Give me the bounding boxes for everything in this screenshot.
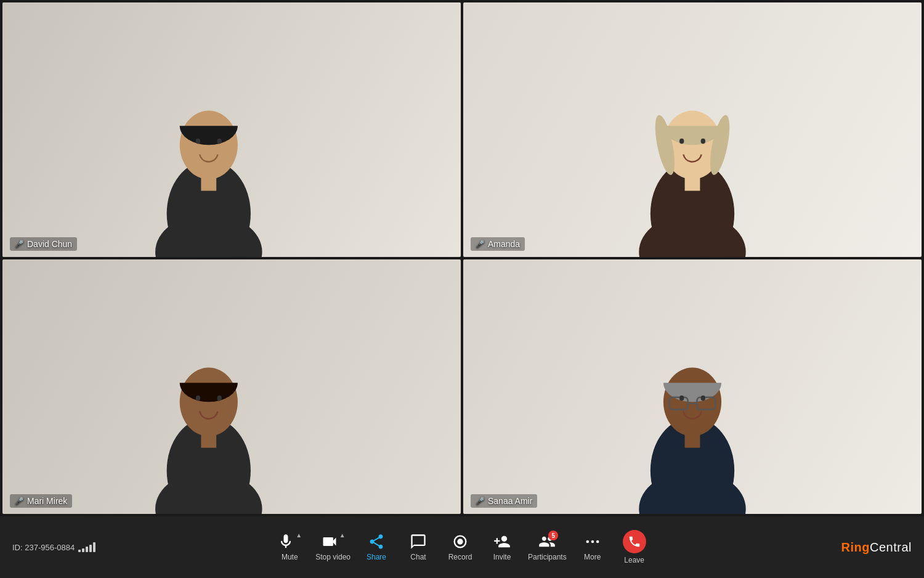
- more-label: More: [584, 553, 601, 561]
- mic-icon-sanaa: 🎤: [476, 497, 485, 505]
- leave-icon: [623, 530, 646, 553]
- invite-button[interactable]: Invite: [484, 529, 521, 565]
- signal-strength: [78, 542, 95, 552]
- signal-bar-1: [78, 550, 81, 552]
- video-tile-david-chun: 🎤 David Chun: [2, 2, 461, 257]
- mute-label: Mute: [282, 553, 298, 561]
- video-tile-mari-mirek: 🎤 Mari Mirek: [2, 259, 461, 514]
- leave-button[interactable]: Leave: [616, 526, 653, 568]
- signal-bar-5: [93, 542, 95, 552]
- participant-name-david-chun: 🎤 David Chun: [10, 237, 77, 251]
- meeting-info: ID: 237-956-0884: [12, 542, 123, 552]
- toolbar: ID: 237-956-0884 ▲ Mute: [0, 516, 924, 578]
- video-grid: 🎤 David Chun 🎤 Amanda 🎤 Mari Mirek: [0, 0, 924, 516]
- participant-video-david-chun: [2, 2, 461, 257]
- invite-icon: [493, 533, 511, 550]
- participant-video-mari-mirek: [2, 259, 461, 514]
- participant-name-amanda: 🎤 Amanda: [471, 237, 525, 251]
- share-label: Share: [367, 553, 386, 561]
- video-icon: [321, 533, 338, 550]
- share-button[interactable]: Share: [358, 529, 395, 565]
- share-icon: [368, 533, 385, 550]
- invite-label: Invite: [493, 553, 511, 561]
- brand-label: RingCentral: [841, 540, 912, 555]
- record-button[interactable]: Record: [442, 529, 479, 565]
- chat-button[interactable]: Chat: [400, 529, 437, 565]
- chat-label: Chat: [410, 553, 426, 561]
- microphone-icon: [277, 533, 294, 550]
- mute-button[interactable]: ▲ Mute: [271, 529, 308, 565]
- video-tile-sanaa-amir: 🎤 Sanaa Amir: [463, 259, 922, 514]
- record-icon: [452, 533, 469, 550]
- signal-bar-2: [82, 548, 84, 552]
- more-button[interactable]: More: [574, 529, 611, 565]
- participants-button[interactable]: 5 Participants: [525, 529, 569, 565]
- brand-area: RingCentral: [801, 540, 912, 555]
- participants-badge: 5: [548, 531, 558, 540]
- toolbar-controls: ▲ Mute ▲ Stop video Share: [271, 526, 652, 568]
- svg-point-3: [591, 540, 594, 543]
- more-icon: [584, 533, 601, 550]
- video-arrow-icon[interactable]: ▲: [339, 532, 346, 539]
- participant-video-amanda: [463, 2, 922, 257]
- record-label: Record: [448, 553, 472, 561]
- mic-icon-amanda: 🎤: [476, 240, 485, 248]
- signal-bar-3: [86, 547, 88, 552]
- meeting-id: ID: 237-956-0884: [12, 543, 75, 552]
- chat-icon: [410, 533, 427, 550]
- brand-ring: Ring: [841, 540, 870, 554]
- svg-point-1: [457, 539, 463, 544]
- participant-video-sanaa-amir: [463, 259, 922, 514]
- stop-video-label: Stop video: [315, 553, 351, 561]
- participant-name-mari-mirek: 🎤 Mari Mirek: [10, 494, 72, 508]
- mic-icon-david: 🎤: [15, 240, 24, 248]
- svg-point-4: [596, 540, 599, 543]
- video-tile-amanda: 🎤 Amanda: [463, 2, 922, 257]
- mute-arrow-icon[interactable]: ▲: [296, 532, 302, 539]
- signal-bar-4: [89, 545, 92, 552]
- stop-video-button[interactable]: ▲ Stop video: [313, 529, 353, 565]
- participants-label: Participants: [528, 553, 567, 561]
- mic-icon-mari: 🎤: [15, 497, 24, 505]
- leave-label: Leave: [624, 556, 644, 564]
- participant-name-sanaa-amir: 🎤 Sanaa Amir: [471, 494, 537, 508]
- svg-point-2: [586, 540, 589, 543]
